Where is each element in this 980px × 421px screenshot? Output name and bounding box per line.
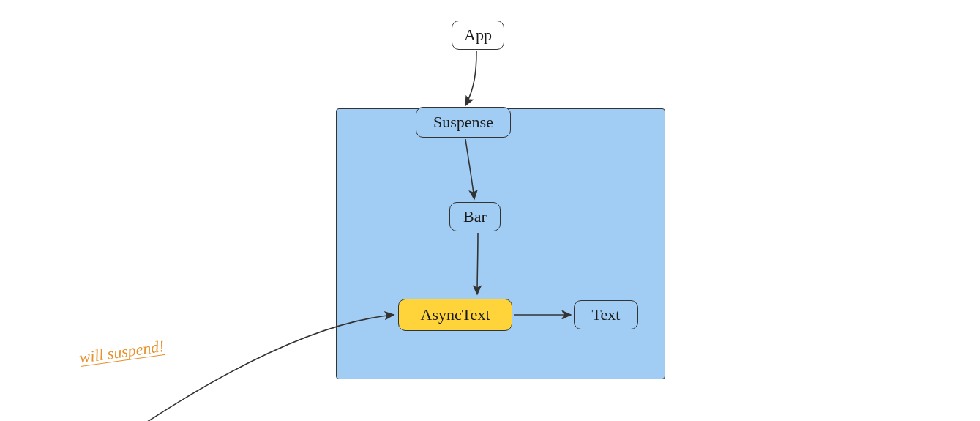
node-text: Text [574, 300, 638, 329]
edge-app-suspense [465, 51, 476, 105]
node-asynctext: AsyncText [398, 299, 512, 331]
node-app-label: App [464, 26, 492, 45]
node-app: App [452, 21, 504, 50]
annotation-label: will suspend! [78, 337, 165, 367]
node-bar: Bar [449, 202, 501, 231]
suspense-boundary [336, 108, 665, 379]
diagram-canvas: App Suspense Bar AsyncText Text will sus… [0, 0, 980, 421]
annotation-will-suspend: will suspend! [78, 337, 165, 367]
node-text-label: Text [592, 305, 621, 324]
node-bar-label: Bar [463, 207, 487, 226]
node-asynctext-label: AsyncText [421, 305, 490, 324]
node-suspense-label: Suspense [433, 113, 493, 132]
node-suspense: Suspense [416, 107, 511, 138]
